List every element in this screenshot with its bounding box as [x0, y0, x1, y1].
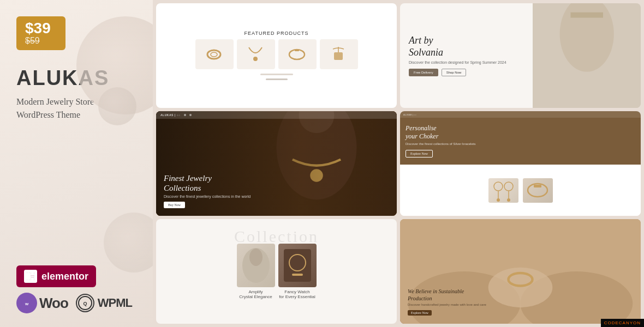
- sustainable-sub: Discover handcrafted jewelry made with l…: [408, 303, 486, 306]
- svg-rect-5: [31, 272, 34, 274]
- wpml-text: WPML: [98, 296, 132, 310]
- sustainable-heading: We Believe in Sustainable Production: [408, 288, 486, 302]
- card-collection: Collection Amplify Crystal Elegance: [156, 219, 397, 324]
- card-art-solvania: Art by Solvania Discover the collection …: [400, 3, 641, 108]
- svg-point-28: [507, 198, 510, 202]
- svg-rect-7: [31, 278, 34, 280]
- personalize-title: Personalise your Choker: [406, 124, 635, 141]
- sustainable-explore-btn[interactable]: Explore Now: [408, 310, 432, 316]
- jewelry-buy-btn[interactable]: Buy Now: [164, 202, 185, 208]
- collection-img-1: [237, 244, 275, 287]
- second-badges-row: w Woo Q WPML: [16, 293, 136, 313]
- bracelet-img: [523, 178, 553, 203]
- subtitle-line1: Modern Jewelry Store: [16, 97, 94, 106]
- price-badge: $39 $59: [16, 16, 65, 50]
- wpml-icon: Q: [76, 294, 94, 312]
- sustainable-text: We Believe in Sustainable Production Dis…: [408, 288, 486, 316]
- collection-caption-2: Fancy Watch for Every Essential: [279, 289, 315, 299]
- svg-rect-20: [570, 13, 603, 18]
- product-necklace: [237, 39, 275, 69]
- art-shop-now-btn[interactable]: Shop Now: [442, 69, 467, 76]
- deco-circle-small: [98, 87, 136, 125]
- svg-rect-4: [27, 272, 29, 280]
- elementor-icon: [24, 270, 37, 283]
- jewelry-heading: Finest Jewelry Collections: [164, 173, 251, 193]
- woo-icon: w: [16, 293, 37, 313]
- jewelry-sub: Discover the finest jewellery collection…: [164, 195, 251, 198]
- elementor-row: elementor: [16, 265, 136, 287]
- earrings-img: [488, 178, 518, 203]
- svg-point-13: [211, 52, 217, 57]
- nav-dot: [184, 114, 186, 116]
- collection-caption-1: Amplify Crystal Elegance: [239, 289, 272, 299]
- elementor-badge: elementor: [16, 265, 96, 287]
- product-bracelet: [278, 39, 317, 69]
- featured-title: Featured Products: [245, 31, 309, 36]
- collection-watermark: Collection: [234, 227, 319, 246]
- art-free-delivery-btn[interactable]: Free Delivery: [409, 69, 438, 76]
- card-featured-products: Featured Products: [156, 3, 397, 108]
- left-panel: $39 $59 ALUKAS Modern Jewelry Store Word…: [0, 0, 153, 327]
- svg-point-27: [504, 182, 513, 191]
- svg-text:Q: Q: [83, 301, 87, 306]
- woo-text: Woo: [39, 295, 68, 312]
- mini-nav: ALUKAS | ○○: [156, 111, 397, 119]
- svg-point-26: [497, 198, 500, 202]
- product-ring: [195, 39, 234, 69]
- woo-badge: w Woo: [16, 293, 68, 313]
- price-current: $39: [25, 21, 51, 36]
- svg-rect-16: [295, 49, 299, 51]
- svg-text:w: w: [25, 301, 29, 306]
- svg-point-14: [253, 57, 258, 61]
- jewelry-text: Finest Jewelry Collections Discover the …: [164, 173, 251, 208]
- svg-rect-17: [334, 52, 343, 60]
- right-panel: Featured Products: [153, 0, 644, 327]
- mini-logo: ALUKAS | ○○: [160, 113, 181, 117]
- subtitle-line2: WordPress Theme: [16, 110, 80, 119]
- product-thumbnails: [195, 39, 358, 69]
- wpml-badge: Q WPML: [76, 294, 132, 312]
- svg-rect-6: [31, 276, 34, 277]
- personalize-bottom: [400, 165, 641, 216]
- svg-rect-30: [534, 185, 541, 187]
- svg-point-12: [207, 50, 220, 59]
- svg-point-25: [494, 182, 503, 191]
- nav-dot-2: [189, 114, 192, 116]
- card-jewelry-collection: ALUKAS | ○○ Finest Jewelry Collections D…: [156, 111, 397, 216]
- codecanyon-watermark: CODECANYON: [601, 319, 644, 327]
- personalize-sub: Discover the finest collections of Silve…: [406, 142, 635, 146]
- personalize-explore-btn[interactable]: Explore Now: [406, 150, 433, 158]
- collection-inner: Amplify Crystal Elegance Fancy Watch for…: [237, 244, 317, 299]
- elementor-label: elementor: [41, 271, 88, 282]
- price-original: $59: [25, 36, 40, 46]
- card-personalize: ALUKAS | ○○ Personalise your Choker Disc…: [400, 111, 641, 216]
- svg-rect-35: [292, 274, 303, 276]
- personalize-top: ALUKAS | ○○ Personalise your Choker Disc…: [400, 111, 641, 165]
- product-pendant: [320, 39, 358, 69]
- svg-point-32: [249, 249, 263, 266]
- collection-img-2: [278, 244, 317, 287]
- card-sustainable: We Believe in Sustainable Production Dis…: [400, 219, 641, 324]
